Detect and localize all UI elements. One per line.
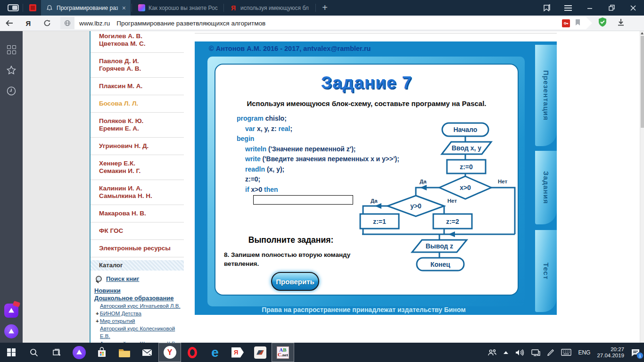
bookmark-icon[interactable] [575,19,581,28]
page-scrollbar[interactable] [640,31,644,343]
date: 27.04.2019 [597,353,624,359]
catalog-row: Авторский курс Игнатьевой Л.В. [93,302,184,310]
hidden-icons-chevron[interactable] [504,351,508,354]
sidebar-author-item[interactable]: Электронные ресурсы [91,240,184,257]
catalog-row: +БИНОМ Детства [93,310,184,317]
sidebar-author-item[interactable]: Калинин И. А.Самылкина Н. Н. [91,180,184,205]
search-icon [95,276,102,282]
back-button[interactable] [0,20,19,26]
tab-programming[interactable]: Программирование раз × [41,0,131,16]
divider [315,4,316,12]
catalog-link[interactable]: БИНОМ Детства [100,311,141,316]
site-sidebar: Могилев А. В.Цветкова М. С.Павлов Д. И.Г… [90,31,184,343]
divider [132,4,132,12]
tab-search[interactable]: Я используя имеющуюся бл [225,0,314,16]
file-explorer-icon[interactable] [113,343,136,362]
yandex-music-icon[interactable] [0,304,23,318]
bookmark-flag-button[interactable] [536,0,557,16]
action-center-icon[interactable]: 1 [631,348,640,357]
volume-icon[interactable] [515,349,524,356]
red-square-icon[interactable] [24,0,41,16]
sidebar-author-item[interactable]: Хеннер Е.К.Семакин И. Г. [91,155,184,180]
author-list: Могилев А. В.Цветкова М. С.Павлов Д. И.Г… [91,31,184,257]
new-tab-button[interactable]: + [317,0,333,16]
rights-footer: Права на распространение принадлежат изд… [195,306,533,313]
alice-icon[interactable] [0,324,23,338]
people-icon[interactable] [487,349,497,356]
flow-end: Конец [417,258,464,271]
sidebar-author-item[interactable]: Плаксин М. А. [91,78,184,95]
start-button[interactable] [0,343,23,362]
catalog-link[interactable]: Авторский курс Колесниковой Е.В. [100,326,175,339]
scroll-up-arrow[interactable] [641,32,644,34]
lesson-panel: © Антонов А.М. 2016 - 2017, antvalex@ram… [195,41,557,315]
book-search-link[interactable]: Поиск книг [106,275,139,282]
tab-presentation[interactable]: Презентация [535,45,557,146]
tab-quiz[interactable]: Как хорошо вы знаете Рос [133,0,223,16]
expand-plus[interactable]: + [96,311,99,316]
download-icon[interactable] [617,18,625,28]
catalog-link[interactable]: Новинки [94,287,121,294]
sidebar-author-item[interactable]: Павлов Д. И.Горячев А. В. [91,53,184,78]
expand-plus[interactable]: + [96,318,99,324]
flow-init: z:=0 [447,160,486,173]
password-manager-icon[interactable] [562,19,570,27]
taskbar-search-icon[interactable] [23,343,45,362]
promo-app-icon[interactable] [249,343,272,362]
clock[interactable]: 20:27 27.04.2019 [597,346,624,359]
flow-input: Ввод x, y [442,142,491,154]
sidebar-author-item[interactable]: Могилев А. В.Цветкова М. С. [91,31,184,53]
tab-tasks[interactable]: Задания [535,151,557,224]
flow-yes-label: Да [420,179,427,184]
scrollbar-thumb[interactable] [641,36,644,128]
task-card: Задание 7 Используя имеющуюся блок-схему… [215,64,519,296]
close-tab-icon[interactable]: × [121,4,127,12]
apps-grid-icon[interactable] [0,45,23,54]
flow-cond-y: y>0 [388,200,444,212]
protect-shield-icon[interactable] [598,17,607,29]
yandex-search-icon[interactable]: Я [226,343,249,362]
pen-icon[interactable] [547,349,554,356]
tab-test[interactable]: Тест [535,230,557,312]
minimize-button[interactable] [579,0,601,16]
gradient-favicon [138,4,145,12]
check-button[interactable]: Проверить [271,272,319,291]
language-indicator[interactable]: ENG [578,349,590,356]
close-window-button[interactable] [622,0,644,16]
task-view-icon[interactable] [45,343,68,362]
tableau-button[interactable] [5,0,22,16]
abc-net-app-icon[interactable]: AB C.net [272,343,294,362]
address-bar[interactable]: www.lbz.ru Программирование разветвляющи… [60,17,592,29]
history-clock-icon[interactable] [0,86,23,96]
opera-icon[interactable] [181,343,204,362]
sidebar-author-item[interactable]: Макарова Н. В. [91,205,184,222]
catalog-link[interactable]: Дошкольное образование [94,295,174,302]
screen: Программирование раз × Как хорошо вы зна… [0,0,644,362]
tab-title: используя имеющуюся бл [240,5,311,11]
alice-taskbar-icon[interactable] [68,343,91,362]
mail-icon[interactable] [136,343,158,362]
edge-icon[interactable]: e [204,343,226,362]
url-page-title: Программирование разветвляющихся алгорит… [116,20,265,27]
refresh-button[interactable] [38,19,57,27]
network-icon[interactable] [531,349,540,356]
yandex-browser-icon[interactable]: Y [158,343,181,362]
menu-button[interactable] [557,0,579,16]
catalog-link[interactable]: Мир открытий [100,318,135,324]
bookmarks-star-icon[interactable] [0,65,23,75]
microsoft-store-icon[interactable] [91,343,113,362]
sidebar-author-item[interactable]: Поляков К. Ю.Еремин Е. А. [91,113,184,138]
catalog-link[interactable]: Авторский курс Игнатьевой Л.В. [100,303,181,309]
sidebar-author-item[interactable]: Босова Л. Л. [91,95,184,113]
page-gutter [23,31,90,343]
time: 20:27 [597,346,624,353]
restore-button[interactable] [601,0,622,16]
flow-no-label: Нет [498,179,507,184]
sidebar-author-item[interactable]: Угринович Н. Д. [91,138,184,155]
catalog-row: Новинки [93,287,184,295]
touch-keyboard-icon[interactable] [561,349,571,356]
sidebar-author-item[interactable]: ФК ГОС [91,222,184,240]
yandex-button[interactable]: Я [19,19,38,27]
flow-no-label: Нет [447,198,457,204]
notification-badge: 1 [636,352,644,359]
